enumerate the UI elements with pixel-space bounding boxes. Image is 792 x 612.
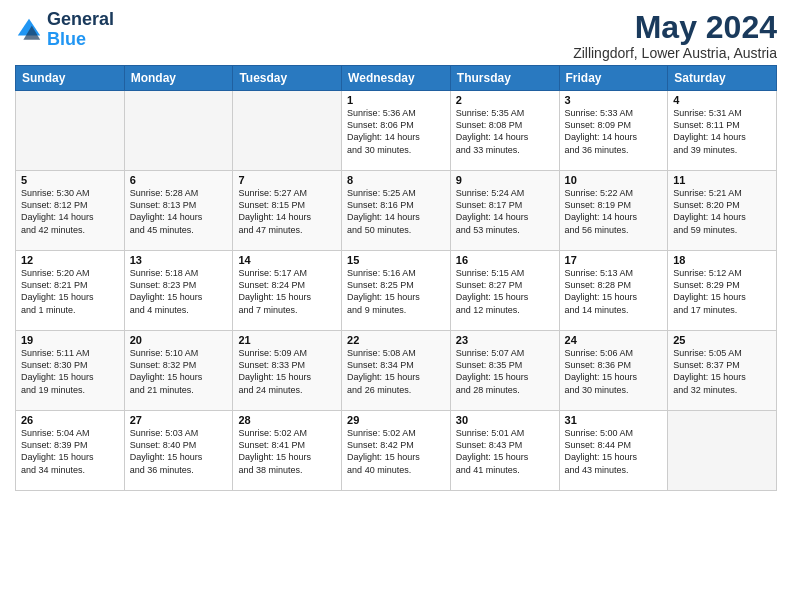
day-number: 8 xyxy=(347,174,445,186)
day-cell-2-6: 18Sunrise: 5:12 AM Sunset: 8:29 PM Dayli… xyxy=(668,251,777,331)
day-info: Sunrise: 5:17 AM Sunset: 8:24 PM Dayligh… xyxy=(238,267,336,316)
day-cell-0-2 xyxy=(233,91,342,171)
day-cell-4-5: 31Sunrise: 5:00 AM Sunset: 8:44 PM Dayli… xyxy=(559,411,668,491)
calendar-header-row: Sunday Monday Tuesday Wednesday Thursday… xyxy=(16,66,777,91)
day-cell-0-5: 3Sunrise: 5:33 AM Sunset: 8:09 PM Daylig… xyxy=(559,91,668,171)
day-info: Sunrise: 5:06 AM Sunset: 8:36 PM Dayligh… xyxy=(565,347,663,396)
day-number: 19 xyxy=(21,334,119,346)
logo-icon xyxy=(15,16,43,44)
day-info: Sunrise: 5:28 AM Sunset: 8:13 PM Dayligh… xyxy=(130,187,228,236)
day-number: 30 xyxy=(456,414,554,426)
day-cell-2-5: 17Sunrise: 5:13 AM Sunset: 8:28 PM Dayli… xyxy=(559,251,668,331)
day-number: 27 xyxy=(130,414,228,426)
day-info: Sunrise: 5:27 AM Sunset: 8:15 PM Dayligh… xyxy=(238,187,336,236)
day-info: Sunrise: 5:20 AM Sunset: 8:21 PM Dayligh… xyxy=(21,267,119,316)
day-cell-1-2: 7Sunrise: 5:27 AM Sunset: 8:15 PM Daylig… xyxy=(233,171,342,251)
day-number: 25 xyxy=(673,334,771,346)
week-row-0: 1Sunrise: 5:36 AM Sunset: 8:06 PM Daylig… xyxy=(16,91,777,171)
day-number: 15 xyxy=(347,254,445,266)
day-number: 13 xyxy=(130,254,228,266)
day-number: 26 xyxy=(21,414,119,426)
day-number: 21 xyxy=(238,334,336,346)
day-info: Sunrise: 5:31 AM Sunset: 8:11 PM Dayligh… xyxy=(673,107,771,156)
day-cell-1-1: 6Sunrise: 5:28 AM Sunset: 8:13 PM Daylig… xyxy=(124,171,233,251)
logo-line2: Blue xyxy=(47,30,114,50)
day-number: 31 xyxy=(565,414,663,426)
day-cell-2-4: 16Sunrise: 5:15 AM Sunset: 8:27 PM Dayli… xyxy=(450,251,559,331)
day-info: Sunrise: 5:22 AM Sunset: 8:19 PM Dayligh… xyxy=(565,187,663,236)
day-info: Sunrise: 5:16 AM Sunset: 8:25 PM Dayligh… xyxy=(347,267,445,316)
day-cell-2-1: 13Sunrise: 5:18 AM Sunset: 8:23 PM Dayli… xyxy=(124,251,233,331)
day-cell-4-0: 26Sunrise: 5:04 AM Sunset: 8:39 PM Dayli… xyxy=(16,411,125,491)
day-info: Sunrise: 5:13 AM Sunset: 8:28 PM Dayligh… xyxy=(565,267,663,316)
logo-line1: General xyxy=(47,10,114,30)
main-title: May 2024 xyxy=(573,10,777,45)
calendar-table: Sunday Monday Tuesday Wednesday Thursday… xyxy=(15,65,777,491)
day-info: Sunrise: 5:12 AM Sunset: 8:29 PM Dayligh… xyxy=(673,267,771,316)
week-row-1: 5Sunrise: 5:30 AM Sunset: 8:12 PM Daylig… xyxy=(16,171,777,251)
col-friday: Friday xyxy=(559,66,668,91)
header: General Blue May 2024 Zillingdorf, Lower… xyxy=(15,10,777,61)
title-block: May 2024 Zillingdorf, Lower Austria, Aus… xyxy=(573,10,777,61)
day-info: Sunrise: 5:25 AM Sunset: 8:16 PM Dayligh… xyxy=(347,187,445,236)
day-cell-3-1: 20Sunrise: 5:10 AM Sunset: 8:32 PM Dayli… xyxy=(124,331,233,411)
day-cell-3-2: 21Sunrise: 5:09 AM Sunset: 8:33 PM Dayli… xyxy=(233,331,342,411)
day-number: 7 xyxy=(238,174,336,186)
day-info: Sunrise: 5:35 AM Sunset: 8:08 PM Dayligh… xyxy=(456,107,554,156)
day-number: 2 xyxy=(456,94,554,106)
day-cell-1-5: 10Sunrise: 5:22 AM Sunset: 8:19 PM Dayli… xyxy=(559,171,668,251)
day-info: Sunrise: 5:02 AM Sunset: 8:42 PM Dayligh… xyxy=(347,427,445,476)
day-number: 23 xyxy=(456,334,554,346)
day-cell-2-2: 14Sunrise: 5:17 AM Sunset: 8:24 PM Dayli… xyxy=(233,251,342,331)
day-cell-2-0: 12Sunrise: 5:20 AM Sunset: 8:21 PM Dayli… xyxy=(16,251,125,331)
col-saturday: Saturday xyxy=(668,66,777,91)
day-number: 17 xyxy=(565,254,663,266)
day-number: 9 xyxy=(456,174,554,186)
week-row-3: 19Sunrise: 5:11 AM Sunset: 8:30 PM Dayli… xyxy=(16,331,777,411)
day-cell-3-6: 25Sunrise: 5:05 AM Sunset: 8:37 PM Dayli… xyxy=(668,331,777,411)
col-monday: Monday xyxy=(124,66,233,91)
day-info: Sunrise: 5:03 AM Sunset: 8:40 PM Dayligh… xyxy=(130,427,228,476)
day-number: 6 xyxy=(130,174,228,186)
day-cell-1-3: 8Sunrise: 5:25 AM Sunset: 8:16 PM Daylig… xyxy=(342,171,451,251)
day-number: 22 xyxy=(347,334,445,346)
col-wednesday: Wednesday xyxy=(342,66,451,91)
day-cell-1-6: 11Sunrise: 5:21 AM Sunset: 8:20 PM Dayli… xyxy=(668,171,777,251)
day-cell-0-3: 1Sunrise: 5:36 AM Sunset: 8:06 PM Daylig… xyxy=(342,91,451,171)
day-number: 18 xyxy=(673,254,771,266)
day-info: Sunrise: 5:05 AM Sunset: 8:37 PM Dayligh… xyxy=(673,347,771,396)
logo: General Blue xyxy=(15,10,114,50)
day-info: Sunrise: 5:30 AM Sunset: 8:12 PM Dayligh… xyxy=(21,187,119,236)
day-info: Sunrise: 5:00 AM Sunset: 8:44 PM Dayligh… xyxy=(565,427,663,476)
day-info: Sunrise: 5:10 AM Sunset: 8:32 PM Dayligh… xyxy=(130,347,228,396)
day-info: Sunrise: 5:11 AM Sunset: 8:30 PM Dayligh… xyxy=(21,347,119,396)
day-cell-0-6: 4Sunrise: 5:31 AM Sunset: 8:11 PM Daylig… xyxy=(668,91,777,171)
day-cell-4-2: 28Sunrise: 5:02 AM Sunset: 8:41 PM Dayli… xyxy=(233,411,342,491)
week-row-2: 12Sunrise: 5:20 AM Sunset: 8:21 PM Dayli… xyxy=(16,251,777,331)
day-info: Sunrise: 5:04 AM Sunset: 8:39 PM Dayligh… xyxy=(21,427,119,476)
day-cell-3-4: 23Sunrise: 5:07 AM Sunset: 8:35 PM Dayli… xyxy=(450,331,559,411)
day-number: 10 xyxy=(565,174,663,186)
day-info: Sunrise: 5:33 AM Sunset: 8:09 PM Dayligh… xyxy=(565,107,663,156)
day-cell-4-6 xyxy=(668,411,777,491)
day-cell-4-1: 27Sunrise: 5:03 AM Sunset: 8:40 PM Dayli… xyxy=(124,411,233,491)
day-number: 24 xyxy=(565,334,663,346)
day-number: 28 xyxy=(238,414,336,426)
day-number: 5 xyxy=(21,174,119,186)
day-info: Sunrise: 5:08 AM Sunset: 8:34 PM Dayligh… xyxy=(347,347,445,396)
week-row-4: 26Sunrise: 5:04 AM Sunset: 8:39 PM Dayli… xyxy=(16,411,777,491)
day-number: 11 xyxy=(673,174,771,186)
subtitle: Zillingdorf, Lower Austria, Austria xyxy=(573,45,777,61)
col-tuesday: Tuesday xyxy=(233,66,342,91)
day-info: Sunrise: 5:01 AM Sunset: 8:43 PM Dayligh… xyxy=(456,427,554,476)
day-info: Sunrise: 5:15 AM Sunset: 8:27 PM Dayligh… xyxy=(456,267,554,316)
day-cell-0-1 xyxy=(124,91,233,171)
col-sunday: Sunday xyxy=(16,66,125,91)
col-thursday: Thursday xyxy=(450,66,559,91)
day-number: 16 xyxy=(456,254,554,266)
day-cell-2-3: 15Sunrise: 5:16 AM Sunset: 8:25 PM Dayli… xyxy=(342,251,451,331)
day-info: Sunrise: 5:07 AM Sunset: 8:35 PM Dayligh… xyxy=(456,347,554,396)
day-number: 20 xyxy=(130,334,228,346)
day-cell-4-4: 30Sunrise: 5:01 AM Sunset: 8:43 PM Dayli… xyxy=(450,411,559,491)
day-cell-1-4: 9Sunrise: 5:24 AM Sunset: 8:17 PM Daylig… xyxy=(450,171,559,251)
